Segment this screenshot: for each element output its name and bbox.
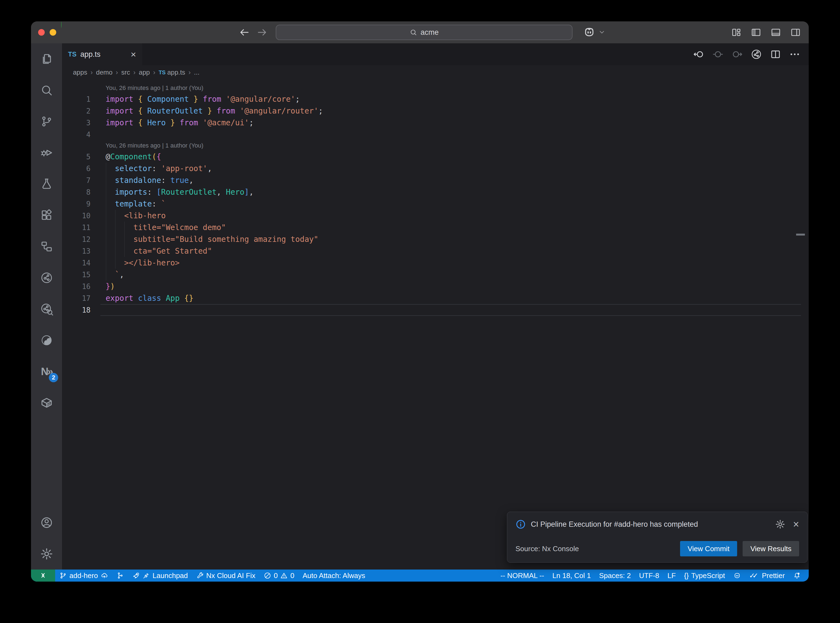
line-number: 4 [62,130,91,139]
status-eol[interactable]: LF [663,569,680,582]
status-cursor-position[interactable]: Ln 18, Col 1 [548,569,595,582]
status-notifications[interactable] [789,569,805,582]
code-line[interactable]: 17export class App {} [62,292,809,304]
branch-compare-icon [116,572,124,579]
remote-indicator[interactable] [31,569,55,582]
minimize-window-button[interactable] [50,29,56,36]
code-line[interactable]: 5@Component({ [62,151,809,163]
code-line[interactable]: 12 subtitle="Build something amazing tod… [62,233,809,245]
view-commit-button[interactable]: View Commit [680,541,737,556]
status-nx-cloud-fix[interactable]: Nx Cloud AI Fix [192,569,260,582]
breadcrumb-separator: › [152,69,156,76]
zoom-window-button[interactable] [61,21,61,28]
breadcrumb-item[interactable]: apps [73,69,87,76]
nx-graph-icon[interactable] [751,49,762,60]
code-line[interactable]: 1import { Component } from '@angular/cor… [62,93,809,105]
sidebar-item-explorer[interactable] [31,43,62,75]
code-line[interactable]: 8 imports: [RouterOutlet, Hero], [62,186,809,198]
tab-bar: TS app.ts × [62,43,809,65]
search-icon [410,29,417,36]
status-language[interactable]: {} TypeScript [680,569,729,582]
sidebar-item-search[interactable] [31,75,62,106]
status-prettier[interactable]: ✓✓ Prettier [745,569,789,582]
sidebar-item-edge-devtools[interactable] [31,325,62,356]
line-number: 2 [62,107,91,115]
status-indentation[interactable]: Spaces: 2 [595,569,635,582]
status-vim-mode[interactable]: -- NORMAL -- [496,569,548,582]
status-launchpad[interactable]: Launchpad [128,569,192,582]
customize-layout-icon[interactable] [731,27,742,38]
status-auto-attach[interactable]: Auto Attach: Always [298,569,369,582]
edge-devtools-icon [40,334,53,347]
toggle-panel-icon[interactable] [770,27,781,38]
typescript-file-icon: TS [158,69,166,76]
info-icon [516,519,526,529]
warnings-icon [280,572,288,579]
graph-search-icon [40,302,53,316]
code-line[interactable]: 16}) [62,281,809,292]
breadcrumb-item[interactable]: app [139,69,150,76]
layout-controls [731,27,801,38]
sidebar-item-nx-console[interactable]: N» 2 [31,356,62,387]
copilot-icon [583,26,596,38]
sidebar-item-containers[interactable] [31,387,62,419]
settings-button[interactable] [31,538,62,569]
more-actions-icon[interactable] [789,49,800,60]
code-line[interactable]: 14 ></lib-hero> [62,257,809,269]
status-encoding[interactable]: UTF-8 [635,569,663,582]
code-line[interactable]: 10 <lib-hero [62,210,809,222]
breadcrumb-item[interactable]: src [121,69,130,76]
overview-ruler-cursor-mark [796,234,805,236]
current-change-icon[interactable] [712,49,724,60]
git-branch-icon [59,572,67,579]
next-change-icon[interactable] [731,49,743,60]
notification-close-icon[interactable]: × [793,519,799,529]
code-line[interactable]: 13 cta="Get Started" [62,245,809,257]
split-editor-icon[interactable] [770,49,781,60]
status-scm-sync[interactable] [112,569,128,582]
breadcrumb-item[interactable]: ... [194,69,200,76]
code-line[interactable]: 2import { RouterOutlet } from '@angular/… [62,105,809,117]
tab-close-icon[interactable]: × [131,50,136,59]
accounts-button[interactable] [31,507,62,538]
sidebar-item-source-control[interactable] [31,106,62,137]
code-line[interactable]: 4 [62,129,809,140]
status-bar: add-hero Launchpad Nx Cloud AI Fix 0 0 A… [31,569,809,582]
status-problems[interactable]: 0 0 [260,569,298,582]
sidebar-item-extensions[interactable] [31,199,62,231]
account-icon [40,516,53,529]
sidebar-item-testing[interactable] [31,168,62,199]
code-line[interactable]: 7 standalone: true, [62,174,809,186]
status-branch[interactable]: add-hero [55,569,112,582]
sidebar-item-run-debug[interactable] [31,137,62,168]
navigate-forward-button[interactable] [256,27,267,38]
notification-settings-icon[interactable] [775,519,785,529]
line-number: 12 [62,235,91,244]
tab-app-ts[interactable]: TS app.ts × [62,43,142,65]
status-copilot[interactable] [729,569,745,582]
view-results-button[interactable]: View Results [743,541,799,556]
code-line[interactable]: 11 title="Welcmoe demo" [62,222,809,233]
close-window-button[interactable] [38,29,45,36]
navigate-back-button[interactable] [239,27,250,38]
run-debug-icon [40,146,53,159]
breadcrumb-item[interactable]: demo [96,69,112,76]
chevron-down-icon [598,29,605,36]
code-line[interactable]: 3import { Hero } from '@acme/ui'; [62,117,809,129]
code-line[interactable]: 9 template: ` [62,198,809,210]
breadcrumb-separator: › [90,69,93,76]
toggle-secondary-sidebar-icon[interactable] [790,27,801,38]
copilot-menu-button[interactable] [583,26,605,38]
command-center-search[interactable]: acme [276,25,573,40]
code-line[interactable]: 15 `, [62,269,809,281]
sidebar-item-hierarchy[interactable] [31,231,62,262]
code-line[interactable]: 6 selector: 'app-root', [62,163,809,174]
code-editor[interactable]: You, 26 minutes ago | 1 author (You)1imp… [62,80,809,569]
previous-change-icon[interactable] [693,49,705,60]
indent-guide [124,222,124,233]
sidebar-item-project-graph[interactable] [31,262,62,293]
code-line[interactable]: 18 [62,304,809,316]
sidebar-item-graph-search[interactable] [31,293,62,325]
toggle-primary-sidebar-icon[interactable] [751,27,762,38]
breadcrumb-item[interactable]: TSapp.ts [158,69,185,76]
